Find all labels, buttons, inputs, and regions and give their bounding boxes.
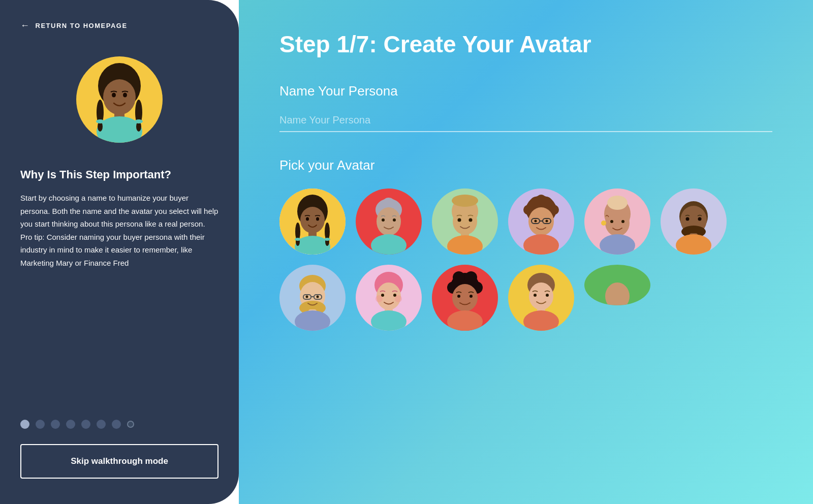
svg-point-93 (457, 295, 460, 298)
svg-point-74 (317, 296, 319, 298)
back-arrow-icon: ← (20, 20, 30, 31)
progress-dot-7[interactable] (112, 420, 121, 429)
progress-dot-5[interactable] (81, 420, 90, 429)
svg-point-18 (295, 223, 300, 241)
avatar-option-1[interactable] (279, 188, 346, 255)
svg-point-22 (295, 238, 301, 241)
progress-dot-4[interactable] (66, 420, 75, 429)
avatar-option-7[interactable] (279, 265, 346, 331)
svg-point-17 (316, 217, 319, 221)
svg-point-20 (325, 223, 330, 241)
svg-point-23 (324, 238, 330, 241)
avatar-preview-container (0, 41, 239, 153)
selected-avatar-preview (76, 56, 163, 143)
svg-point-26 (377, 207, 401, 236)
svg-point-76 (295, 310, 330, 331)
avatar-option-10[interactable] (508, 265, 574, 331)
svg-point-51 (546, 220, 548, 223)
svg-point-94 (470, 295, 473, 298)
svg-point-46 (523, 234, 559, 255)
svg-point-21 (325, 238, 329, 246)
step-title: Step 1/7: Create Your Avatar (279, 30, 772, 58)
svg-point-80 (371, 310, 407, 331)
svg-point-99 (534, 294, 537, 297)
svg-point-43 (536, 195, 546, 205)
svg-point-53 (607, 196, 628, 210)
right-panel: Step 1/7: Create Your Avatar Name Your P… (239, 0, 813, 504)
avatar-option-5[interactable] (584, 188, 650, 255)
svg-point-64 (676, 234, 711, 255)
svg-point-98 (523, 310, 559, 331)
svg-point-66 (698, 217, 702, 221)
svg-point-65 (686, 217, 690, 221)
svg-point-36 (458, 218, 461, 222)
svg-point-101 (605, 282, 630, 305)
persona-name-input[interactable] (279, 109, 772, 132)
svg-point-28 (371, 234, 407, 255)
avatar-option-6[interactable] (661, 188, 727, 255)
persona-section-label: Name Your Persona (279, 83, 772, 99)
progress-dot-1[interactable] (20, 420, 29, 429)
progress-dot-2[interactable] (36, 420, 45, 429)
skip-button-container: Skip walkthrough mode (0, 444, 239, 504)
svg-point-84 (395, 295, 402, 302)
avatar-option-9[interactable] (432, 265, 498, 331)
avatar-grid (279, 188, 772, 331)
skip-walkthrough-button[interactable]: Skip walkthrough mode (20, 444, 218, 479)
svg-point-4 (112, 93, 116, 98)
progress-dots (0, 410, 239, 444)
svg-point-29 (382, 218, 385, 222)
avatar-option-11[interactable] (584, 265, 650, 305)
svg-point-83 (376, 295, 383, 302)
svg-point-5 (123, 93, 127, 98)
svg-point-10 (96, 119, 104, 123)
svg-point-12 (297, 195, 328, 228)
return-label: RETURN TO HOMEPAGE (36, 22, 128, 29)
avatar-grid-label: Pick your Avatar (279, 158, 772, 173)
svg-point-56 (600, 234, 635, 255)
avatar-option-2[interactable] (356, 188, 422, 255)
svg-point-54 (605, 210, 630, 236)
svg-point-11 (135, 119, 143, 123)
why-body: Start by choosing a name to humanize you… (20, 192, 218, 269)
svg-rect-14 (308, 231, 317, 238)
progress-dot-3[interactable] (51, 420, 60, 429)
svg-point-50 (535, 220, 537, 223)
why-title: Why Is This Step Important? (20, 168, 218, 181)
progress-dot-8[interactable] (127, 421, 134, 428)
sidebar-info: Why Is This Step Important? Start by cho… (0, 153, 239, 410)
progress-dot-6[interactable] (97, 420, 106, 429)
svg-point-15 (295, 236, 330, 255)
svg-point-88 (453, 271, 465, 284)
svg-point-57 (610, 220, 613, 223)
avatar-option-3[interactable] (432, 188, 498, 255)
svg-point-73 (306, 296, 308, 298)
svg-point-35 (447, 235, 483, 255)
svg-point-58 (621, 220, 624, 223)
svg-point-33 (453, 208, 477, 235)
svg-point-16 (306, 217, 309, 221)
svg-point-25 (383, 198, 395, 208)
left-panel: ← RETURN TO HOMEPAGE (0, 0, 239, 504)
svg-point-13 (300, 207, 325, 233)
avatar-option-4[interactable] (508, 188, 574, 255)
return-to-homepage-link[interactable]: ← RETURN TO HOMEPAGE (0, 0, 239, 41)
svg-point-1 (103, 79, 136, 115)
svg-point-30 (393, 218, 396, 222)
avatar-option-8[interactable] (356, 265, 422, 331)
svg-point-96 (529, 282, 553, 310)
svg-point-19 (296, 238, 300, 246)
svg-point-89 (465, 271, 477, 284)
svg-point-32 (452, 195, 478, 207)
svg-point-90 (452, 284, 478, 311)
svg-point-59 (601, 220, 606, 226)
svg-point-37 (469, 218, 473, 222)
svg-point-100 (546, 294, 549, 297)
avatar-preview-svg (76, 56, 163, 143)
svg-point-92 (447, 310, 483, 331)
